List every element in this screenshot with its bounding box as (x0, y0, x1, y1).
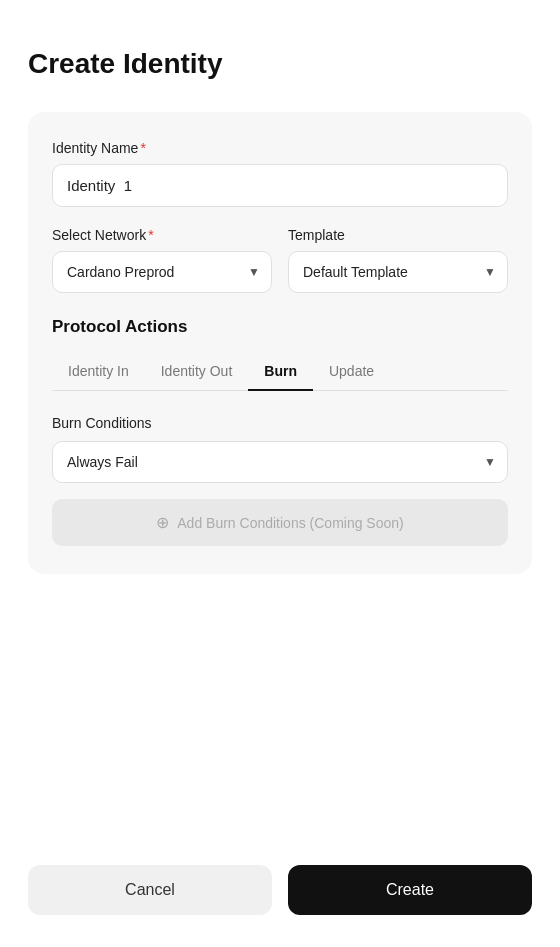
tab-identity-out[interactable]: Identity Out (145, 353, 249, 391)
protocol-tabs: Identity In Identity Out Burn Update (52, 353, 508, 391)
select-network-wrapper: Cardano Preprod Cardano Mainnet ▼ (52, 251, 272, 293)
tab-identity-in[interactable]: Identity In (52, 353, 145, 391)
template-wrapper: Default Template Custom Template ▼ (288, 251, 508, 293)
template-label: Template (288, 227, 508, 243)
burn-conditions-label: Burn Conditions (52, 415, 508, 431)
protocol-actions-title: Protocol Actions (52, 317, 508, 337)
tab-update[interactable]: Update (313, 353, 390, 391)
identity-name-input[interactable] (52, 164, 508, 207)
template-select-input[interactable]: Default Template Custom Template (288, 251, 508, 293)
add-burn-conditions-label: Add Burn Conditions (Coming Soon) (177, 515, 403, 531)
add-burn-conditions-button[interactable]: ⊕ Add Burn Conditions (Coming Soon) (52, 499, 508, 546)
burn-conditions-wrapper: Always Fail Always Pass ▼ (52, 441, 508, 483)
select-network-label: Select Network* (52, 227, 272, 243)
tab-burn[interactable]: Burn (248, 353, 313, 391)
burn-conditions-section: Burn Conditions Always Fail Always Pass … (52, 415, 508, 546)
network-template-row: Select Network* Cardano Preprod Cardano … (52, 227, 508, 293)
cancel-button[interactable]: Cancel (28, 865, 272, 915)
footer-buttons: Cancel Create (0, 845, 560, 947)
template-group: Template Default Template Custom Templat… (288, 227, 508, 293)
add-circle-icon: ⊕ (156, 513, 169, 532)
page-title: Create Identity (28, 48, 532, 80)
burn-conditions-select[interactable]: Always Fail Always Pass (52, 441, 508, 483)
create-button[interactable]: Create (288, 865, 532, 915)
protocol-actions-section: Protocol Actions Identity In Identity Ou… (52, 317, 508, 546)
select-network-input[interactable]: Cardano Preprod Cardano Mainnet (52, 251, 272, 293)
form-card: Identity Name* Select Network* Cardano P… (28, 112, 532, 574)
select-network-group: Select Network* Cardano Preprod Cardano … (52, 227, 272, 293)
identity-name-label: Identity Name* (52, 140, 508, 156)
identity-name-group: Identity Name* (52, 140, 508, 207)
